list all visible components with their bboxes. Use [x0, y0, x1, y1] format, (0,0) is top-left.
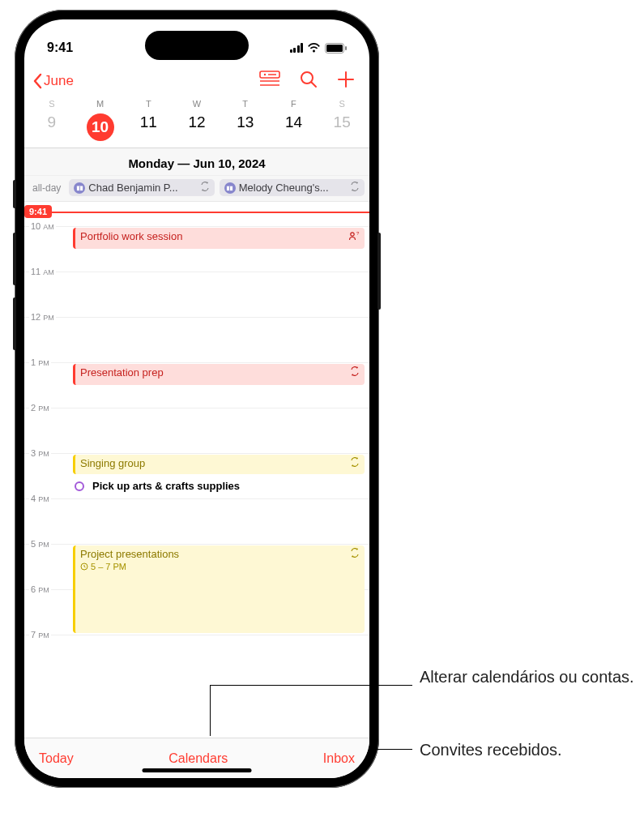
week-day[interactable]: M 10: [76, 99, 125, 148]
add-button[interactable]: [337, 71, 355, 92]
phone-frame: 9:41 June: [15, 10, 379, 788]
search-icon: [300, 71, 318, 88]
gift-icon: [74, 182, 85, 194]
svg-rect-1: [326, 45, 343, 52]
list-view-button[interactable]: [259, 71, 280, 92]
week-day[interactable]: T 13: [221, 99, 270, 148]
dynamic-island: [145, 31, 249, 60]
svg-rect-2: [345, 46, 347, 50]
shared-icon: ?: [348, 230, 360, 244]
svg-line-9: [312, 83, 317, 88]
plus-icon: [337, 71, 355, 88]
now-time-badge: 9:41: [24, 205, 52, 218]
callout-line: [210, 685, 412, 686]
timeline[interactable]: 10 AM 11 AM 12 PM 1 PM 2 PM 3 PM 4 PM 5 …: [24, 202, 369, 738]
screen: 9:41 June: [24, 19, 369, 778]
allday-label: all-day: [32, 182, 61, 194]
svg-point-6: [264, 74, 266, 75]
repeat-icon: [350, 366, 360, 379]
event-project-presentations[interactable]: Project presentations 5 – 7 PM: [73, 545, 365, 633]
week-day[interactable]: W 12: [173, 99, 221, 148]
day-title: Monday — Jun 10, 2024: [24, 148, 369, 176]
allday-event[interactable]: Chad Benjamin P...: [69, 179, 214, 196]
status-time: 9:41: [47, 41, 73, 55]
today-button[interactable]: Today: [39, 751, 74, 766]
svg-point-17: [351, 233, 354, 236]
callout-line: [210, 685, 211, 736]
repeat-icon: [200, 182, 210, 194]
list-view-icon: [259, 71, 280, 87]
chevron-left-icon: [32, 73, 42, 89]
gift-icon: [224, 182, 236, 194]
event-pickup[interactable]: Pick up arts & crafts supplies: [73, 477, 365, 495]
back-button[interactable]: June: [32, 73, 74, 89]
week-day[interactable]: S 9: [28, 99, 76, 148]
week-header: S 9 M 10 T 11 W 12 T 13 F 14: [24, 99, 369, 148]
repeat-icon: [350, 548, 360, 560]
search-button[interactable]: [300, 71, 318, 92]
event-singing-group[interactable]: Singing group: [73, 455, 365, 474]
home-indicator[interactable]: [143, 768, 252, 772]
week-day[interactable]: S 15: [318, 99, 366, 148]
annotation-calendars: Alterar calendários ou contas.: [420, 666, 634, 687]
clock-icon: [80, 562, 88, 571]
circle-icon: [75, 481, 84, 491]
annotation-inbox: Convites recebidos.: [420, 739, 562, 760]
event-presentation-prep[interactable]: Presentation prep: [73, 364, 365, 385]
inbox-button[interactable]: Inbox: [323, 751, 355, 766]
battery-icon: [325, 43, 347, 53]
repeat-icon: [350, 182, 360, 194]
event-portfolio[interactable]: Portfolio work session ?: [73, 228, 365, 249]
wifi-icon: [307, 43, 321, 53]
svg-text:?: ?: [356, 231, 360, 236]
repeat-icon: [350, 457, 360, 469]
callout-line: [369, 749, 412, 750]
calendars-button[interactable]: Calendars: [168, 751, 228, 766]
week-day[interactable]: T 11: [124, 99, 173, 148]
allday-row: all-day Chad Benjamin P... Melody Cheung…: [24, 176, 369, 202]
nav-bar: June: [24, 63, 369, 99]
allday-event[interactable]: Melody Cheung's...: [220, 179, 365, 196]
now-indicator: [24, 212, 369, 213]
cellular-icon: [290, 43, 304, 53]
back-label: June: [44, 73, 74, 89]
week-day[interactable]: F 14: [270, 99, 318, 148]
